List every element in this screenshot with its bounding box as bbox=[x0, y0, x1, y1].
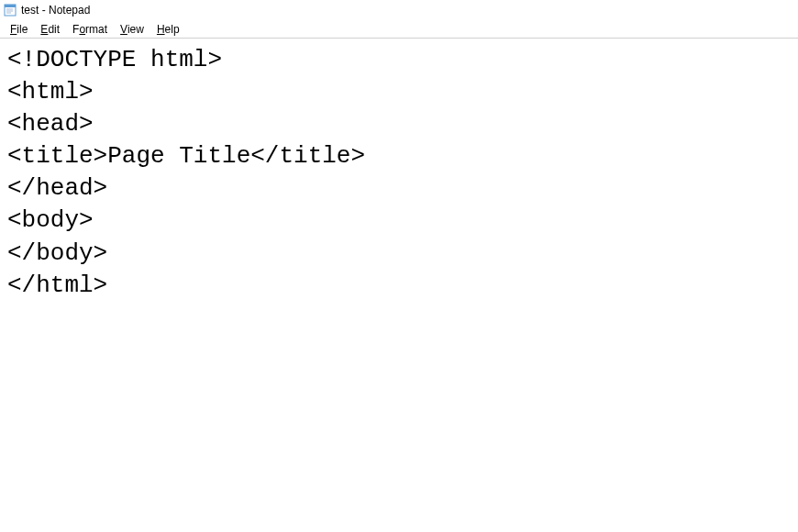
menu-file-rest: ile bbox=[17, 23, 28, 36]
notepad-icon bbox=[4, 4, 17, 17]
menu-edit-rest: dit bbox=[48, 23, 60, 36]
menu-view-rest: iew bbox=[127, 23, 144, 36]
title-bar: test - Notepad bbox=[0, 0, 798, 20]
menu-edit[interactable]: Edit bbox=[34, 21, 66, 38]
svg-rect-1 bbox=[5, 5, 16, 7]
menu-format[interactable]: Format bbox=[66, 21, 114, 38]
menu-help[interactable]: Help bbox=[150, 21, 186, 38]
menu-bar: File Edit Format View Help bbox=[0, 20, 798, 39]
menu-format-rest2: rmat bbox=[85, 23, 107, 36]
menu-help-rest: elp bbox=[165, 23, 180, 36]
text-editor[interactable]: <!DOCTYPE html> <html> <head> <title>Pag… bbox=[0, 39, 798, 532]
menu-file[interactable]: File bbox=[4, 21, 34, 38]
window-title: test - Notepad bbox=[21, 4, 90, 17]
menu-view[interactable]: View bbox=[114, 21, 150, 38]
editor-content: <!DOCTYPE html> <html> <head> <title>Pag… bbox=[7, 46, 365, 299]
